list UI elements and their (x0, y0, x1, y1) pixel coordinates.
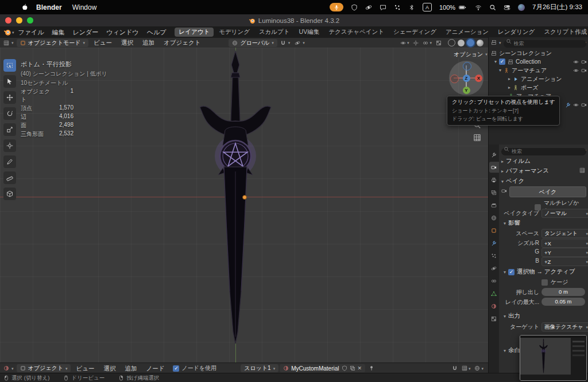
menubar-app-name[interactable]: Blender (36, 3, 62, 11)
collection-checkbox[interactable]: ✓ (499, 59, 505, 65)
tab-render[interactable] (489, 162, 499, 173)
mini-preview-window[interactable] (520, 335, 587, 381)
vp-menu-select[interactable]: 選択 (117, 37, 137, 48)
traffic-light-minimize[interactable] (16, 17, 22, 24)
chat-icon[interactable] (380, 4, 386, 11)
hide-eye-icon[interactable] (573, 68, 579, 73)
expand-caret[interactable]: ▾ (494, 59, 497, 64)
workspace-tab-shading[interactable]: シェーディング (389, 28, 440, 37)
material-selector[interactable]: MyCustomMaterial ✕ (280, 364, 365, 372)
gizmo-z-neg-ball[interactable] (463, 62, 471, 71)
max-ray-field[interactable]: 0.05 m (541, 298, 585, 306)
section-output[interactable]: ▾出力 (504, 312, 520, 320)
disable-render-icon[interactable] (581, 102, 587, 108)
performance-presets-icon[interactable] (579, 167, 585, 173)
tab-view-layer[interactable] (489, 187, 499, 198)
game-controller-icon[interactable] (365, 4, 372, 11)
node-menu-add[interactable]: 追加 (121, 363, 141, 374)
blender-menu-icon[interactable] (3, 28, 11, 36)
properties-search-input[interactable] (501, 148, 586, 155)
vp-menu-view[interactable]: ビュー (90, 37, 116, 48)
section-influence[interactable]: ▾影響 (504, 219, 520, 227)
xray-toggle-icon[interactable] (436, 40, 442, 46)
wifi-icon[interactable] (475, 4, 482, 11)
camera-view-icon[interactable] (473, 134, 481, 142)
apple-logo-icon[interactable] (21, 3, 28, 11)
section-performance[interactable]: ▸パフォーマンス (501, 167, 549, 175)
menubar-window-menu[interactable]: Window (72, 3, 97, 11)
outliner-row-animation[interactable]: ▸ アニメーション (489, 75, 588, 83)
outliner-row-scene-collection[interactable]: シーンコレクション (489, 49, 588, 57)
section-margin[interactable]: ▾余白 (504, 346, 520, 354)
tab-world[interactable] (489, 212, 499, 223)
tool-scale[interactable] (3, 123, 16, 136)
siri-icon[interactable] (518, 4, 525, 11)
selected-to-active-checkbox[interactable]: ✓ (508, 269, 514, 275)
slot-dropdown[interactable]: スロット1▾ (241, 364, 278, 372)
node-menu-view[interactable]: ビュー (72, 363, 98, 374)
vp-menu-add[interactable]: 追加 (138, 37, 158, 48)
mode-selector[interactable]: オブジェクトモード▾ (17, 39, 88, 47)
disable-render-icon[interactable] (581, 59, 587, 65)
tab-object-data[interactable] (489, 288, 499, 299)
tool-select-box[interactable] (3, 59, 16, 72)
proportional-edit-toggle[interactable]: ▾ (293, 38, 307, 47)
transform-orientation[interactable]: グローバル▾ (229, 39, 277, 47)
shader-type-selector[interactable]: オブジェクト▾ (17, 364, 71, 372)
bake-button[interactable]: ベイク (509, 186, 586, 197)
options-dropdown[interactable]: オプション▾ (450, 50, 488, 59)
shading-material-button[interactable] (467, 39, 474, 46)
control-center-icon[interactable] (504, 4, 510, 11)
menu-edit[interactable]: 編集 (48, 27, 69, 38)
traffic-light-zoom[interactable] (27, 17, 33, 24)
mic-indicator[interactable] (330, 3, 343, 11)
tool-add-cube[interactable] (3, 188, 16, 200)
overlays-dropdown[interactable]: ▾ (423, 40, 432, 46)
outliner-editor-icon[interactable] (491, 40, 497, 45)
node-menu-node[interactable]: ノード (142, 363, 168, 374)
input-source-icon[interactable]: A (423, 3, 432, 11)
tool-move[interactable] (3, 91, 16, 104)
target-dropdown[interactable]: 画像テクスチャ▾ (541, 322, 588, 332)
tool-measure[interactable] (3, 171, 16, 184)
tool-rotate[interactable] (3, 107, 16, 120)
workspace-tab-sculpt[interactable]: スカルプト (255, 28, 294, 37)
new-material-icon[interactable] (350, 365, 355, 371)
outliner-row-collection[interactable]: ▾ ✓ Collection (489, 57, 588, 66)
expand-caret[interactable]: ▸ (508, 85, 510, 90)
snap-toggle[interactable]: ▾ (278, 38, 292, 47)
shading-wireframe-button[interactable] (448, 39, 455, 46)
use-nodes-checkbox[interactable]: ✓ (173, 365, 179, 372)
node-menu-select[interactable]: 選択 (99, 363, 119, 374)
tab-particles[interactable] (489, 250, 499, 261)
workspace-tab-scripting[interactable]: スクリプト作成 (540, 28, 588, 37)
expand-caret[interactable]: ▾ (499, 68, 501, 73)
battery-icon[interactable] (458, 4, 467, 11)
space-dropdown[interactable]: タンジェント▾ (541, 229, 588, 238)
tool-cursor[interactable] (3, 75, 16, 88)
spotlight-search-icon[interactable] (489, 4, 496, 11)
gizmo-x-neg-ball[interactable] (450, 75, 459, 83)
outliner-search-input[interactable] (504, 40, 587, 48)
tab-constraints[interactable] (489, 275, 499, 286)
bake-type-dropdown[interactable]: ノーマル▾ (541, 209, 588, 218)
tab-material[interactable] (489, 301, 499, 311)
workspace-tab-animation[interactable]: アニメーション (442, 28, 493, 37)
expand-caret[interactable]: ▸ (508, 76, 510, 81)
use-nodes-toggle[interactable]: ✓ ノードを使用 (173, 364, 216, 372)
shading-rendered-button[interactable] (477, 40, 483, 46)
menubar-clock[interactable]: 7月26日(土) 9:33 (532, 3, 582, 11)
sword-model[interactable] (195, 50, 276, 348)
node-editor-type-button[interactable]: ▾ (2, 364, 16, 373)
workspace-tab-rendering[interactable]: レンダリング (494, 28, 539, 37)
navigation-gizmo[interactable]: Z X Y (449, 61, 483, 95)
cage-checkbox[interactable] (541, 279, 548, 286)
bluetooth-icon[interactable] (408, 4, 415, 11)
shield-icon[interactable] (351, 4, 358, 11)
viewport-3d[interactable]: ボトム・平行投影 (40) シーンコレクション | 低ポリ 10センチメートル … (0, 48, 488, 362)
section-film[interactable]: ▸フィルム (501, 157, 531, 165)
tab-physics[interactable] (489, 263, 499, 274)
tab-tool[interactable] (489, 149, 499, 160)
gizmo-x-ball[interactable]: X (475, 75, 482, 82)
swizzle-r-dropdown[interactable]: +X▾ (541, 239, 588, 248)
